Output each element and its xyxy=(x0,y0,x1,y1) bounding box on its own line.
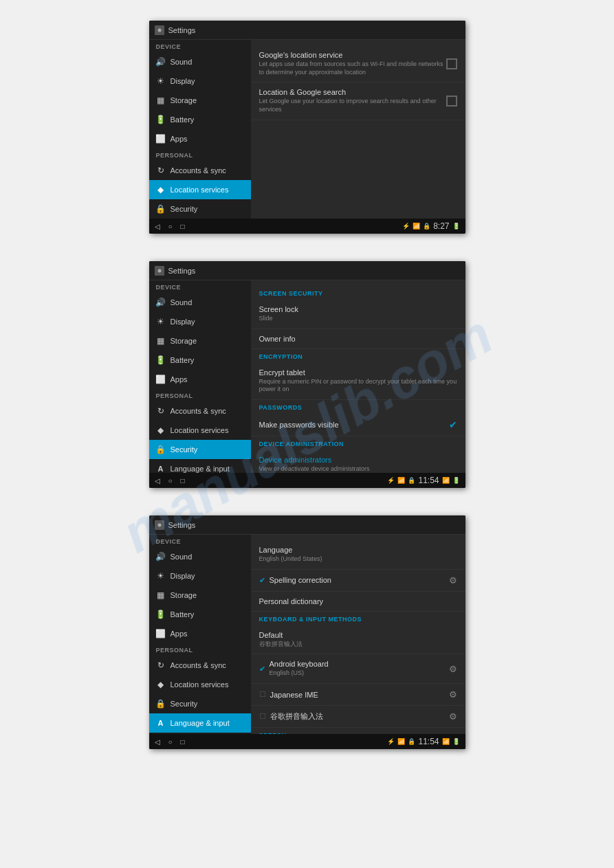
recents-button-2[interactable]: □ xyxy=(181,477,185,485)
make-passwords-text: Make passwords visible xyxy=(259,421,449,429)
sound-label-2: Sound xyxy=(171,298,193,307)
google-location-title: Google's location service xyxy=(259,51,446,59)
main-content-2: SCREEN SECURITY Screen lock Slide Owner … xyxy=(251,280,465,473)
settings-window-3: Settings DEVICE 🔊 Sound ☀ Display ▦ Stor… xyxy=(149,515,465,749)
recents-button-1[interactable]: □ xyxy=(181,223,185,230)
status-icons-3: ⚡ 📶 🔒 11:54 📶 🔋 xyxy=(387,737,459,746)
spelling-correction-item[interactable]: ✔ Spelling correction ⚙ xyxy=(251,570,465,592)
default-keyboard-item[interactable]: Default 谷歌拼音输入法 xyxy=(251,625,465,655)
settings-icon-2 xyxy=(155,266,164,276)
battery-status-icon-2: 🔋 xyxy=(452,477,460,484)
personal-label-3: PERSONAL xyxy=(149,643,251,656)
google-location-service-item[interactable]: Google's location service Let apps use d… xyxy=(251,45,465,82)
sidebar-item-apps-3[interactable]: ⬜ Apps xyxy=(149,624,251,643)
back-button-2[interactable]: ◁ xyxy=(155,477,160,485)
display-label-1: Display xyxy=(171,77,195,85)
device-label-2: DEVICE xyxy=(149,280,251,293)
sidebar-item-location-3[interactable]: ◆ Location services xyxy=(149,675,251,694)
sidebar-item-language-3[interactable]: A Language & input xyxy=(149,713,251,733)
location-google-search-text: Location & Google search Let Google use … xyxy=(259,88,446,113)
sound-label-1: Sound xyxy=(171,58,193,66)
battery-label-2: Battery xyxy=(171,356,195,364)
apps-icon-2: ⬜ xyxy=(156,375,166,384)
location-google-search-title: Location & Google search xyxy=(259,88,446,96)
accounts-label-2: Accounts & sync xyxy=(171,407,226,415)
page-container: Settings DEVICE 🔊 Sound ☀ Display ▦ Stor… xyxy=(0,0,614,770)
location-google-search-checkbox[interactable] xyxy=(446,96,457,107)
home-button-2[interactable]: ○ xyxy=(168,477,173,485)
encrypt-tablet-item[interactable]: Encrypt tablet Require a numeric PIN or … xyxy=(251,363,465,400)
sidebar-item-accounts-3[interactable]: ↻ Accounts & sync xyxy=(149,656,251,675)
battery-label-1: Battery xyxy=(171,115,195,124)
language-item[interactable]: Language English (United States) xyxy=(251,540,465,570)
language-title: Language xyxy=(259,546,457,554)
screen-lock-item[interactable]: Screen lock Slide xyxy=(251,300,465,329)
spelling-correction-check: ✔ xyxy=(259,576,265,585)
passwords-label: PASSWORDS xyxy=(251,400,465,414)
window-title-1: Settings xyxy=(168,26,196,34)
sidebar-item-security-1[interactable]: 🔒 Security xyxy=(149,199,251,219)
sidebar-item-battery-3[interactable]: 🔋 Battery xyxy=(149,605,251,624)
recents-button-3[interactable]: □ xyxy=(181,738,185,746)
google-pinyin-settings-icon[interactable]: ⚙ xyxy=(449,711,457,722)
personal-dict-title: Personal dictionary xyxy=(259,597,457,605)
owner-info-text: Owner info xyxy=(259,335,457,343)
google-location-subtitle: Let apps use data from sources such as W… xyxy=(259,60,446,76)
personal-dict-item[interactable]: Personal dictionary xyxy=(251,592,465,612)
location-icon-2: ◆ xyxy=(156,425,166,435)
sidebar-item-apps-1[interactable]: ⬜ Apps xyxy=(149,129,251,148)
nav-buttons-2: ◁ ○ □ xyxy=(155,477,185,485)
back-button-1[interactable]: ◁ xyxy=(155,223,160,230)
lock-status-icon-2: 🔒 xyxy=(408,477,415,484)
location-label-3: Location services xyxy=(171,680,229,689)
japanese-ime-settings-icon[interactable]: ⚙ xyxy=(449,689,457,700)
nav-buttons-1: ◁ ○ □ xyxy=(155,223,185,230)
sidebar-item-display-2[interactable]: ☀ Display xyxy=(149,312,251,331)
spelling-correction-row: ✔ Spelling correction xyxy=(259,576,332,585)
sidebar-item-security-2[interactable]: 🔒 Security xyxy=(149,440,251,459)
settings-icon-3 xyxy=(155,520,164,530)
sidebar-item-location-1[interactable]: ◆ Location services xyxy=(149,180,251,199)
sidebar-item-security-3[interactable]: 🔒 Security xyxy=(149,694,251,713)
keyboard-label: KEYBOARD & INPUT METHODS xyxy=(251,612,465,625)
owner-info-item[interactable]: Owner info xyxy=(251,329,465,349)
sidebar-item-storage-3[interactable]: ▦ Storage xyxy=(149,586,251,605)
sidebar-item-accounts-2[interactable]: ↻ Accounts & sync xyxy=(149,401,251,421)
accounts-label-3: Accounts & sync xyxy=(171,661,226,669)
sidebar-item-sound-2[interactable]: 🔊 Sound xyxy=(149,293,251,312)
device-admins-title: Device administrators xyxy=(259,456,457,464)
location-google-search-item[interactable]: Location & Google search Let Google use … xyxy=(251,82,465,120)
google-location-checkbox[interactable] xyxy=(446,58,457,69)
sidebar-item-display-3[interactable]: ☀ Display xyxy=(149,566,251,586)
sound-label-3: Sound xyxy=(171,553,193,561)
android-keyboard-text: Android keyboard English (US) xyxy=(270,660,329,678)
japanese-ime-item[interactable]: ☐ Japanese IME ⚙ xyxy=(251,684,465,706)
sidebar-item-battery-2[interactable]: 🔋 Battery xyxy=(149,350,251,370)
spelling-correction-settings-icon[interactable]: ⚙ xyxy=(449,575,457,586)
sidebar-item-sound-1[interactable]: 🔊 Sound xyxy=(149,52,251,71)
sidebar-item-location-2[interactable]: ◆ Location services xyxy=(149,421,251,440)
android-keyboard-value: English (US) xyxy=(270,669,329,678)
device-admins-item[interactable]: Device administrators View or deactivate… xyxy=(251,450,465,473)
sidebar-item-sound-3[interactable]: 🔊 Sound xyxy=(149,547,251,566)
sidebar-item-display-1[interactable]: ☀ Display xyxy=(149,71,251,91)
sidebar-item-storage-1[interactable]: ▦ Storage xyxy=(149,91,251,110)
home-button-3[interactable]: ○ xyxy=(168,738,173,746)
accounts-icon-2: ↻ xyxy=(156,406,166,416)
sidebar-item-apps-2[interactable]: ⬜ Apps xyxy=(149,370,251,389)
android-keyboard-settings-icon[interactable]: ⚙ xyxy=(449,664,457,674)
back-button-3[interactable]: ◁ xyxy=(155,738,160,746)
title-bar-3: Settings xyxy=(149,515,465,535)
sidebar-item-language-2[interactable]: A Language & input xyxy=(149,459,251,473)
home-button-1[interactable]: ○ xyxy=(168,223,173,230)
make-passwords-item[interactable]: Make passwords visible ✔ xyxy=(251,414,465,436)
language-text: Language English (United States) xyxy=(259,546,457,564)
google-pinyin-title: 谷歌拼音输入法 xyxy=(270,711,323,722)
android-keyboard-item[interactable]: ✔ Android keyboard English (US) ⚙ xyxy=(251,654,465,684)
device-admin-label: DEVICE ADMINISTRATION xyxy=(251,436,465,450)
google-pinyin-item[interactable]: ☐ 谷歌拼音输入法 ⚙ xyxy=(251,706,465,728)
sidebar-item-battery-1[interactable]: 🔋 Battery xyxy=(149,110,251,129)
sidebar-item-accounts-1[interactable]: ↻ Accounts & sync xyxy=(149,161,251,180)
sidebar-item-storage-2[interactable]: ▦ Storage xyxy=(149,331,251,350)
battery-icon-1: 🔋 xyxy=(156,115,166,124)
